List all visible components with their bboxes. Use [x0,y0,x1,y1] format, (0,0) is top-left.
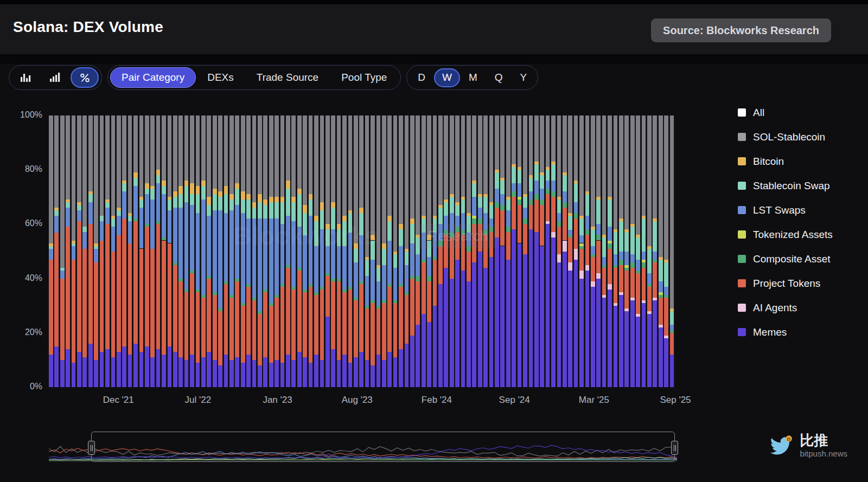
app-root: Solana: DEX Volume Source: Blockworks Re… [0,0,868,482]
legend-swatch-icon [738,108,746,117]
percent-view-button[interactable] [71,67,99,88]
y-tick-label: 60% [25,218,42,228]
x-tick-label: Jan '23 [263,395,292,406]
range-navigator[interactable] [49,431,677,465]
legend-item-bitcoin[interactable]: Bitcoin [738,149,867,173]
legend-label: Composite Asset [753,253,831,265]
legend-swatch-icon [738,133,746,141]
legend-item-stablecoin-swap[interactable]: Stablecoin Swap [738,173,867,198]
legend-item-project-tokens[interactable]: Project Tokens [738,271,867,295]
legend-label: Stablecoin Swap [753,180,830,192]
category-tabs: Pair Category DEXs Trade Source Pool Typ… [107,65,401,90]
header-divider [0,54,868,64]
percent-icon [79,73,91,83]
stacked-bars-view-button[interactable] [41,67,69,88]
toolbar: Pair Category DEXs Trade Source Pool Typ… [9,65,538,90]
legend-swatch-icon [738,157,746,165]
bitpush-bird-icon: B [768,434,793,457]
tab-monthly[interactable]: M [460,67,486,88]
x-tick-label: Dec '21 [103,395,134,406]
legend-item-lst-swaps[interactable]: LST Swaps [738,198,867,222]
page-title: Solana: DEX Volume [13,18,163,36]
legend-item-memes[interactable]: Memes [738,320,867,344]
legend-item-sol-stablecoin[interactable]: SOL-Stablecoin [738,125,867,149]
legend-swatch-icon [738,328,746,336]
x-tick-label: Aug '23 [342,395,373,406]
y-tick-label: 20% [25,327,42,337]
legend-item-composite-asset[interactable]: Composite Asset [738,247,867,271]
bitpush-text: 比推 bitpush.news [800,433,847,458]
plot[interactable]: Blockworks Research [49,115,675,387]
tab-daily[interactable]: D [409,67,434,88]
legend-swatch-icon [738,230,746,239]
legend: AllSOL-StablecoinBitcoinStablecoin SwapL… [738,100,867,344]
content: Pair Category DEXs Trade Source Pool Typ… [0,54,868,482]
y-tick-label: 0% [30,382,42,391]
tab-pool-type[interactable]: Pool Type [330,67,398,88]
granularity-tabs: D W M Q Y [406,65,538,90]
legend-swatch-icon [738,206,746,214]
tab-pair-category[interactable]: Pair Category [110,67,196,88]
bitpush-name: 比推 [800,433,847,449]
header: Solana: DEX Volume Source: Blockworks Re… [0,4,868,54]
x-tick-label: Sep '25 [660,395,691,406]
x-tick-label: Jul '22 [185,395,212,406]
legend-label: Bitcoin [753,156,784,168]
legend-label: Project Tokens [753,278,820,290]
tab-weekly[interactable]: W [434,68,460,87]
legend-item-all[interactable]: All [738,100,867,125]
legend-label: Tokenized Assets [753,229,833,241]
navigator-right-handle[interactable] [671,441,678,455]
bitpush-logo: B 比推 bitpush.news [768,433,847,458]
y-tick-label: 40% [25,273,42,283]
stacked-bars-chart [49,115,675,387]
legend-label: Memes [753,326,787,338]
y-tick-label: 80% [25,164,42,174]
legend-label: SOL-Stablecoin [753,131,825,143]
x-tick-label: Sep '24 [499,395,530,406]
y-tick-label: 100% [20,110,42,120]
tab-yearly[interactable]: Y [512,67,536,88]
navigator-selection[interactable] [91,432,675,462]
svg-text:B: B [787,435,791,441]
navigator-left-handle[interactable] [88,441,95,455]
legend-item-ai-agents[interactable]: AI Agents [738,295,867,320]
legend-swatch-icon [738,304,746,312]
x-tick-label: Mar '25 [579,395,609,406]
stacked-bars-icon [49,72,61,83]
legend-label: AI Agents [753,302,797,314]
legend-label: All [753,107,764,119]
x-tick-label: Feb '24 [422,395,452,406]
tab-trade-source[interactable]: Trade Source [245,67,330,88]
legend-swatch-icon [738,279,746,287]
legend-label: LST Swaps [753,204,806,216]
legend-item-tokenized-assets[interactable]: Tokenized Assets [738,222,867,247]
source-badge: Source: Blockworks Research [651,18,831,42]
legend-swatch-icon [738,182,746,190]
legend-swatch-icon [738,255,746,263]
y-axis: 0%20%40%60%80%100% [0,54,44,423]
tab-dexs[interactable]: DEXs [196,67,245,88]
x-axis: Dec '21Jul '22Jan '23Aug '23Feb '24Sep '… [0,395,868,409]
tab-quarterly[interactable]: Q [486,67,512,88]
bitpush-subtext: bitpush.news [800,449,847,458]
